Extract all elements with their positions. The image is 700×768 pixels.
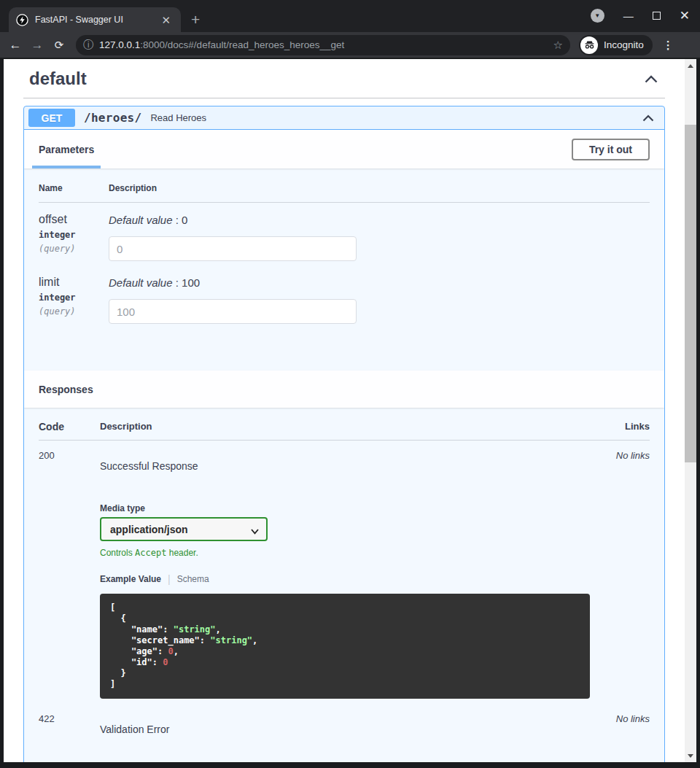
bookmark-star-icon[interactable]: ☆ [553, 39, 563, 52]
collapse-chevron-icon[interactable] [645, 75, 658, 83]
response-description: Successful Response [100, 460, 599, 472]
param-name: limit [39, 276, 109, 289]
tab-close-icon[interactable]: ✕ [158, 14, 174, 26]
responses-table-header: Code Description Links [39, 421, 650, 441]
parameters-body: Name Description offset integer (query) … [24, 168, 664, 371]
close-icon[interactable]: ✕ [680, 11, 690, 21]
param-location: (query) [39, 306, 109, 317]
site-info-icon[interactable]: ⓘ [83, 39, 93, 52]
param-default: Default value : 100 [109, 276, 650, 289]
menu-icon[interactable]: ⋮ [663, 39, 674, 52]
parameters-header: Parameters Try it out [24, 130, 664, 168]
scrollbar-thumb[interactable] [685, 125, 696, 462]
reload-icon[interactable]: ⟳ [50, 39, 69, 52]
incognito-label: Incognito [604, 39, 644, 50]
endpoint-path: /heroes/ [84, 111, 141, 125]
media-type-select[interactable]: application/json [100, 517, 268, 541]
address-bar[interactable]: ⓘ 127.0.0.1:8000/docs#/default/read_hero… [76, 35, 570, 55]
column-description: Description [109, 183, 157, 193]
tab-example-value[interactable]: Example Value [100, 574, 161, 584]
response-links: No links [599, 441, 650, 699]
accept-header-note: Controls Accept header. [100, 548, 599, 558]
collapse-chevron-icon[interactable] [642, 115, 654, 122]
response-code: 200 [39, 441, 100, 699]
endpoint-summary[interactable]: GET /heroes/ Read Heroes [24, 106, 664, 130]
parameter-row-limit: limit integer (query) Default value : 10… [39, 265, 650, 328]
param-default: Default value : 0 [109, 214, 650, 226]
page-content: default GET /heroes/ Read Heroes Paramet… [4, 59, 696, 762]
opblock-get-heroes: GET /heroes/ Read Heroes Parameters Try … [23, 106, 665, 762]
column-description: Description [100, 421, 599, 433]
column-name: Name [39, 183, 109, 193]
tag-section-header[interactable]: default [23, 59, 665, 98]
param-name: offset [39, 213, 109, 226]
parameters-table-header: Name Description [39, 183, 650, 203]
scrollbar-up-icon[interactable] [685, 61, 696, 71]
parameter-row-offset: offset integer (query) Default value : 0 [39, 203, 650, 265]
response-description: Validation Error [100, 724, 599, 735]
param-input-offset[interactable] [109, 236, 357, 261]
tab-strip: FastAPI - Swagger UI ✕ + ▼ — ✕ [0, 0, 700, 32]
back-icon[interactable]: ← [6, 38, 25, 53]
example-json-code: [ { "name": "string", "secret_name": "st… [100, 594, 590, 699]
response-row-422: 422 Validation Error No links [39, 704, 650, 735]
param-location: (query) [39, 244, 109, 254]
page-scrollbar[interactable] [685, 59, 696, 762]
url-text: 127.0.0.1:8000/docs#/default/read_heroes… [99, 39, 548, 50]
responses-body: Code Description Links 200 Successful Re… [24, 408, 664, 762]
tab-search-icon[interactable]: ▼ [591, 9, 604, 23]
minimize-icon[interactable]: — [623, 11, 634, 21]
tab-title: FastAPI - Swagger UI [35, 15, 152, 25]
tag-title: default [29, 69, 87, 89]
media-type-label: Media type [100, 503, 599, 513]
response-row-200: 200 Successful Response Media type appli… [39, 441, 650, 699]
tab-schema[interactable]: Schema [177, 574, 209, 584]
responses-title: Responses [39, 384, 93, 395]
maximize-icon[interactable] [653, 12, 661, 20]
column-code: Code [39, 421, 100, 433]
param-type: integer [39, 230, 109, 240]
param-type: integer [39, 292, 109, 303]
fastapi-favicon-icon [16, 14, 28, 26]
param-input-limit[interactable] [109, 299, 357, 324]
tab-divider: | [168, 573, 171, 585]
scrollbar-down-icon[interactable] [685, 750, 696, 761]
column-links: Links [599, 421, 650, 433]
incognito-badge: Incognito [579, 35, 653, 55]
forward-icon[interactable]: → [28, 38, 47, 53]
incognito-icon [580, 36, 598, 54]
response-code: 422 [39, 704, 100, 735]
responses-header: Responses [24, 371, 664, 408]
method-badge: GET [28, 109, 75, 127]
divider [23, 98, 665, 98]
browser-tab[interactable]: FastAPI - Swagger UI ✕ [9, 7, 181, 32]
new-tab-button[interactable]: + [191, 12, 200, 27]
tab-parameters: Parameters [39, 130, 94, 168]
response-links: No links [599, 704, 650, 735]
browser-toolbar: ← → ⟳ ⓘ 127.0.0.1:8000/docs#/default/rea… [0, 32, 700, 58]
try-it-out-button[interactable]: Try it out [572, 139, 650, 160]
endpoint-summary-text: Read Heroes [150, 112, 206, 123]
